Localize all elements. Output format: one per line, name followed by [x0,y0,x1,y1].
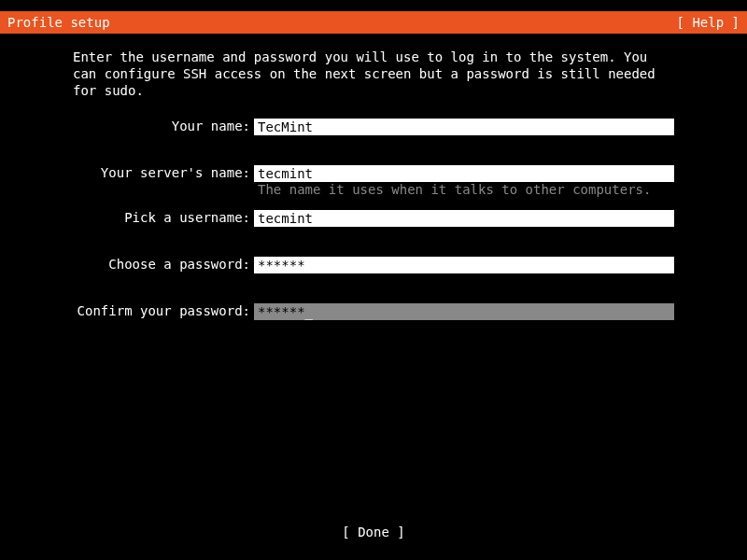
confirm-label: Confirm your password: [73,303,254,318]
username-label: Pick a username: [73,210,254,225]
name-label: Your name: [73,119,254,133]
name-row: Your name: TecMint [73,119,674,135]
name-input[interactable]: TecMint [254,119,674,135]
content-area: Enter the username and password you will… [0,34,747,320]
password-label: Choose a password: [73,257,254,272]
header-bar: Profile setup [ Help ] [0,11,747,34]
password-row: Choose a password: ****** [73,257,674,273]
server-label: Your server's name: [73,165,254,180]
username-input[interactable]: tecmint [254,210,674,227]
server-input[interactable]: tecmint [254,165,674,182]
done-button[interactable]: [ Done ] [342,525,404,539]
server-hint: The name it uses when it talks to other … [258,182,674,198]
footer: [ Done ] [0,525,747,539]
confirm-input[interactable]: ****** [254,303,674,320]
username-row: Pick a username: tecmint [73,210,674,227]
confirm-row: Confirm your password: ****** [73,303,674,320]
help-button[interactable]: [ Help ] [677,15,740,30]
page-title: Profile setup [7,15,110,30]
server-row: Your server's name: tecmint [73,165,674,182]
instructions-text: Enter the username and password you will… [73,49,674,100]
password-input[interactable]: ****** [254,257,674,273]
